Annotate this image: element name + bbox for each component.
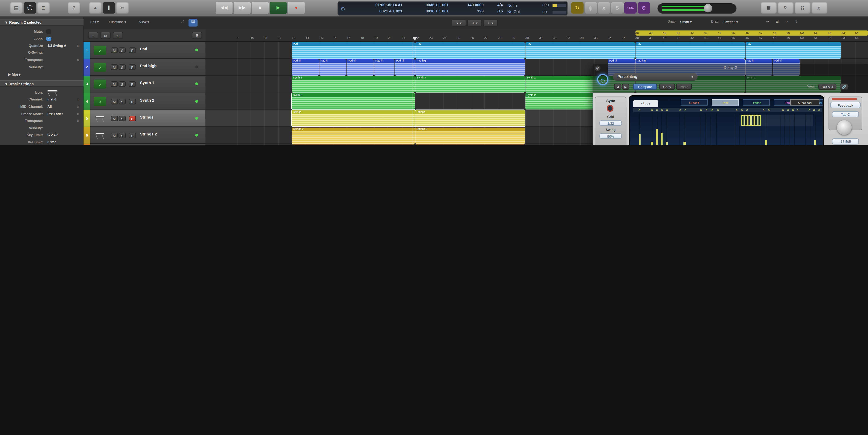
tap-marker[interactable]: 0 — [787, 108, 789, 112]
mute-button[interactable]: M — [111, 99, 118, 104]
editors-icon[interactable]: ✂ — [116, 2, 129, 13]
autozoom-button[interactable]: Autozoom — [790, 99, 819, 105]
region-pad[interactable]: Pad — [525, 42, 635, 59]
stop-button[interactable]: ■ — [252, 2, 269, 14]
tap-marker[interactable]: 0 — [809, 108, 811, 112]
notepad-icon[interactable]: ✎ — [778, 2, 794, 13]
snap-value[interactable]: Smart ▾ — [680, 20, 692, 24]
row-value[interactable]: C-2 G8 — [48, 133, 58, 137]
view-tab-transp[interactable]: Transp — [743, 99, 770, 105]
drag-value[interactable]: Overlap ▾ — [723, 20, 738, 24]
track-header-synth-1[interactable]: 3♪MSRSynth 1 — [84, 76, 206, 93]
solo-icon[interactable]: S — [611, 2, 623, 13]
row-stepper[interactable]: ⇕ — [77, 44, 79, 47]
tap-marker[interactable]: 0 — [706, 108, 708, 112]
tap-marker[interactable]: 0 — [813, 108, 815, 112]
feedback-tap-select[interactable]: Tap C — [832, 111, 859, 117]
tap-marker[interactable]: 0 — [639, 108, 641, 112]
count-in-icon[interactable]: 1234 — [624, 2, 637, 13]
rewind-button[interactable]: ◀◀ — [216, 2, 232, 14]
tap-bar-K[interactable] — [684, 142, 686, 145]
mute-button[interactable]: M — [111, 133, 118, 138]
solo-button[interactable]: S — [119, 116, 126, 121]
region-pad-high[interactable]: Pad high — [415, 59, 525, 75]
record-enable-button[interactable]: R — [129, 82, 136, 87]
lcd-field[interactable]: 140.0000 — [452, 3, 484, 9]
region-synth-2[interactable]: Synth 2 — [292, 76, 415, 93]
menu-view[interactable]: View ▾ — [139, 20, 149, 24]
preset-next-button[interactable]: ▶ — [622, 84, 629, 90]
duplicate-track-button[interactable]: ⧉ — [100, 32, 111, 39]
cycle-range[interactable] — [635, 30, 868, 36]
region-pad[interactable]: Pad — [745, 42, 841, 59]
region-pad-hi[interactable]: Pad hi — [319, 59, 346, 75]
lcd-field[interactable]: 0021 4 1 021 — [350, 9, 402, 15]
region-bass[interactable]: Bass — [292, 144, 415, 145]
tap-marker[interactable]: 0 — [685, 108, 687, 112]
track-header-strings[interactable]: 5MSRStrings — [84, 110, 206, 127]
h-zoom-icon[interactable]: ↔ — [783, 19, 791, 27]
catch-mode-icon[interactable]: ▦ — [188, 19, 197, 27]
row-checkbox[interactable]: ✓ — [46, 36, 51, 41]
row-value[interactable]: 0 127 — [48, 141, 56, 144]
record-button[interactable]: ● — [288, 2, 305, 14]
mute-button[interactable]: M — [111, 82, 118, 87]
copy-button[interactable]: Copy — [659, 84, 675, 90]
track-inspector-header[interactable]: ▼ Track: Strings — [0, 80, 84, 87]
forward-button[interactable]: ▶▶ — [234, 2, 251, 14]
loops-icon[interactable]: Ω — [795, 2, 810, 13]
track-on-indicator[interactable] — [195, 83, 198, 86]
smart-controls-icon[interactable]: ◕ — [89, 2, 101, 13]
menu-functions[interactable]: Functions ▾ — [109, 20, 126, 24]
solo-button[interactable]: S — [119, 133, 126, 138]
solo-button[interactable]: S — [119, 99, 126, 104]
cycle-icon[interactable]: ↻ — [571, 2, 584, 13]
track-header-pad-high[interactable]: 2♪MSRPad high — [84, 59, 206, 76]
tap-marker[interactable]: 0 — [792, 108, 795, 112]
solo-off-button[interactable]: S — [113, 32, 123, 39]
quick-help-icon[interactable]: ⊡ — [37, 2, 50, 13]
tap-marker[interactable]: 0 — [768, 108, 770, 112]
ruler[interactable]: 9101112131415161718192021222324252627282… — [206, 29, 868, 42]
record-enable-button[interactable]: R — [129, 99, 136, 104]
lcd-field[interactable]: 0038 1 1 001 — [407, 9, 449, 15]
row-stepper[interactable]: ⇕ — [77, 98, 79, 101]
record-enable-button[interactable]: R — [129, 116, 136, 121]
tap-marker[interactable]: 0 — [763, 108, 765, 112]
tap-bar-N[interactable] — [639, 134, 641, 145]
menu-edit[interactable]: Edit ▾ — [90, 20, 99, 24]
region-strings-3[interactable]: Strings 3 — [415, 127, 525, 144]
tap-marker[interactable]: 0 — [736, 108, 738, 112]
view-tab-main[interactable]: slope — [633, 100, 658, 107]
row-stepper[interactable]: ⇕ — [77, 119, 79, 123]
compare-button[interactable]: Compare — [633, 84, 657, 90]
region-pad[interactable]: Pad — [415, 42, 525, 59]
tap-bar-A[interactable] — [814, 140, 816, 145]
region-pad[interactable]: Pad — [635, 42, 745, 59]
track-header-strings-2[interactable]: 6MSRStrings 2 — [84, 127, 206, 144]
tap-bar-D[interactable] — [666, 142, 668, 145]
lcd-io[interactable]: No InNo Out — [507, 1, 541, 15]
lcd-field[interactable]: /16 — [486, 9, 503, 15]
tap-marker[interactable]: 0 — [651, 108, 653, 112]
mute-button[interactable]: M — [111, 65, 118, 70]
v-zoom-icon[interactable]: ⇕ — [793, 19, 800, 27]
lcd-field[interactable]: 4/4 — [486, 3, 503, 9]
row-stepper[interactable]: ⇕ — [77, 58, 79, 62]
region-pad-hi[interactable]: Pad hi — [395, 59, 415, 75]
track-on-indicator[interactable] — [195, 49, 198, 51]
power-icon[interactable]: ⏻ — [597, 74, 609, 85]
tap-marker[interactable]: 0 — [711, 108, 714, 112]
region-synth-2[interactable]: Synth 2 — [292, 93, 415, 110]
media-icon[interactable]: ♬ — [812, 2, 827, 13]
library-icon[interactable]: ▤ — [10, 2, 23, 13]
lcd-field[interactable]: 01:00:35:14.41 — [350, 3, 402, 9]
mute-button[interactable]: M — [111, 116, 118, 121]
region-synth-3[interactable]: Synth 3 — [415, 76, 525, 93]
tap-marker[interactable]: 0 — [782, 108, 784, 112]
row-stepper[interactable]: ⇕ — [77, 112, 79, 116]
tap-display[interactable]: slopeCutoffResoTranspPanLevelAutozoom000… — [629, 95, 824, 145]
solo-button[interactable]: S — [119, 82, 126, 87]
drag-mode-icon[interactable]: ⤢ — [178, 19, 186, 26]
region-pad[interactable]: Pad — [292, 42, 415, 59]
